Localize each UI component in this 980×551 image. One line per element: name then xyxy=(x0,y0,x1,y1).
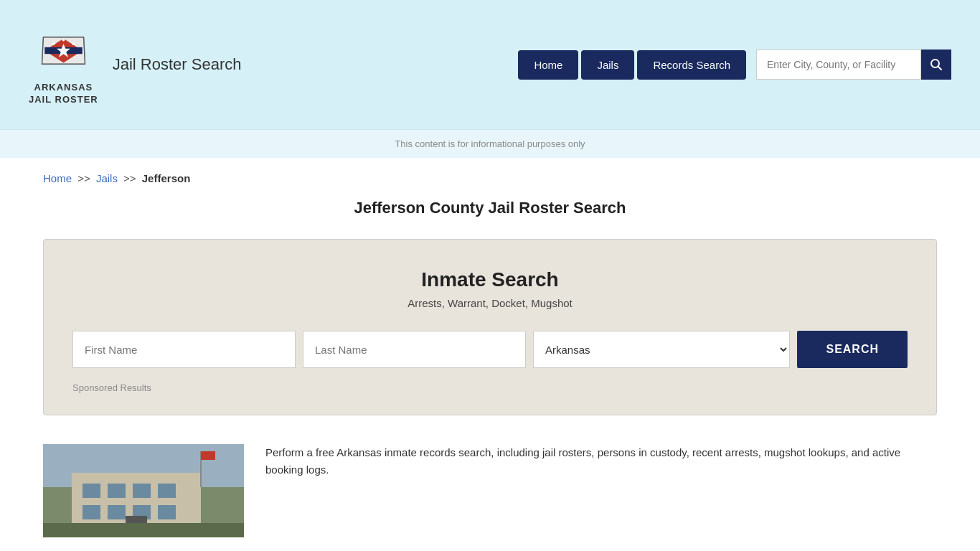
info-bar-text: This content is for informational purpos… xyxy=(395,138,585,149)
records-search-nav-button[interactable]: Records Search xyxy=(637,50,746,80)
breadcrumb-jails-link[interactable]: Jails xyxy=(96,172,118,184)
jail-image xyxy=(43,444,244,537)
svg-rect-16 xyxy=(158,484,176,498)
svg-rect-15 xyxy=(133,484,151,498)
site-title: Jail Roster Search xyxy=(113,55,519,74)
search-icon xyxy=(930,58,943,71)
info-bar: This content is for informational purpos… xyxy=(0,129,980,158)
search-container: Inmate Search Arrests, Warrant, Docket, … xyxy=(43,239,937,415)
breadcrumb-sep1: >> xyxy=(77,172,90,184)
inmate-search-subtitle: Arrests, Warrant, Docket, Mugshot xyxy=(72,297,908,309)
last-name-input[interactable] xyxy=(303,331,526,368)
svg-rect-14 xyxy=(108,484,126,498)
search-button[interactable]: SEARCH xyxy=(797,331,908,368)
header-search-input[interactable] xyxy=(756,50,921,80)
sponsored-label: Sponsored Results xyxy=(72,382,908,393)
bottom-section: Perform a free Arkansas inmate records s… xyxy=(43,437,937,545)
logo-area: ARKANSAS JAIL ROSTER xyxy=(29,24,98,106)
bottom-text: Perform a free Arkansas inmate records s… xyxy=(265,444,937,479)
svg-point-5 xyxy=(72,42,75,45)
home-nav-button[interactable]: Home xyxy=(518,50,578,80)
svg-point-6 xyxy=(62,38,65,41)
svg-rect-23 xyxy=(201,451,215,460)
jails-nav-button[interactable]: Jails xyxy=(581,50,634,80)
state-select[interactable]: AlabamaAlaskaArizonaArkansasCaliforniaCo… xyxy=(533,331,790,368)
nav-area: Home Jails Records Search xyxy=(518,50,951,80)
inmate-search-title: Inmate Search xyxy=(72,268,908,291)
header-search-button[interactable] xyxy=(921,50,951,80)
svg-point-4 xyxy=(52,42,55,45)
arkansas-logo-icon xyxy=(37,24,90,77)
svg-rect-17 xyxy=(83,505,100,519)
breadcrumb-sep2: >> xyxy=(123,172,136,184)
logo-text: ARKANSAS JAIL ROSTER xyxy=(29,82,98,106)
main-content: Home >> Jails >> Jefferson Jefferson Cou… xyxy=(0,158,980,551)
first-name-input[interactable] xyxy=(72,331,296,368)
svg-line-9 xyxy=(938,67,942,70)
svg-rect-20 xyxy=(158,505,176,519)
page-title: Jefferson County Jail Roster Search xyxy=(43,199,937,217)
breadcrumb-current: Jefferson xyxy=(142,172,191,184)
svg-rect-13 xyxy=(83,484,100,498)
svg-rect-18 xyxy=(108,505,126,519)
header: ARKANSAS JAIL ROSTER Jail Roster Search … xyxy=(0,0,980,129)
breadcrumb: Home >> Jails >> Jefferson xyxy=(43,172,937,184)
search-form: AlabamaAlaskaArizonaArkansasCaliforniaCo… xyxy=(72,331,908,368)
breadcrumb-home-link[interactable]: Home xyxy=(43,172,72,184)
svg-rect-24 xyxy=(43,523,244,537)
header-search-wrap xyxy=(756,50,951,80)
